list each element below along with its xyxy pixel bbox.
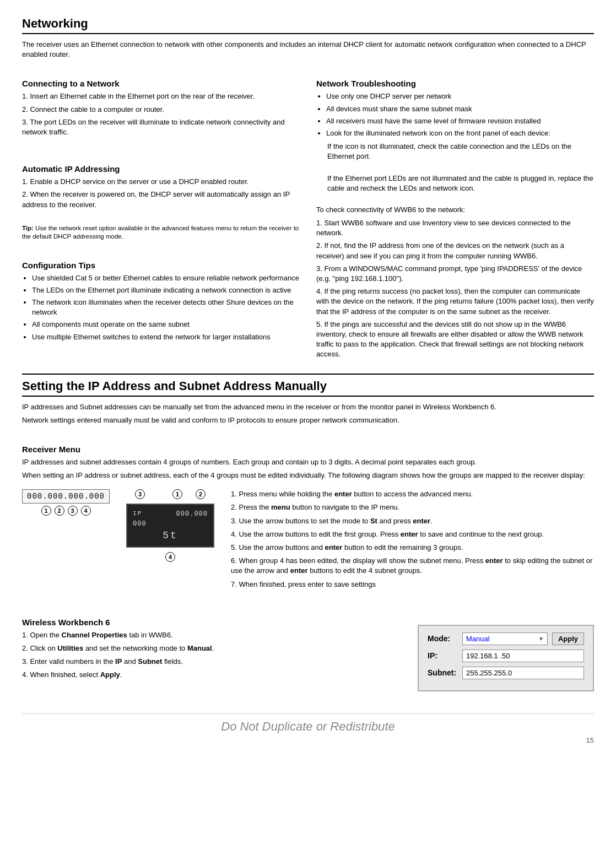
subnet-row: Subnet: 255.255.255.0 (428, 667, 584, 679)
troubleshooting-list: Use only one DHCP server per network All… (316, 91, 594, 138)
ip-intro-1: IP addresses and Subnet addresses can be… (22, 402, 594, 412)
subnet-input[interactable]: 255.255.255.0 (462, 667, 584, 679)
display-val-left: 000 (133, 520, 147, 528)
auto-ip-title: Automatic IP Addressing (22, 164, 300, 174)
auto-ip-step-2: 2. When the receiver is powered on, the … (22, 190, 300, 209)
config-tip-2: The LEDs on the Ethernet port illuminate… (32, 285, 300, 295)
ip-section: Setting the IP Address and Subnet Addres… (22, 374, 594, 691)
circle-1: 1 (41, 506, 51, 516)
recv-step-1: 1. Press menu while holding the enter bu… (231, 489, 594, 499)
mode-label: Mode: (428, 634, 458, 643)
section-title: Networking (22, 17, 594, 34)
circle-3: 3 (68, 506, 78, 516)
receiver-menu-title: Receiver Menu (22, 445, 594, 454)
receiver-steps: 1. Press menu while holding the enter bu… (231, 489, 594, 593)
conn-step-5: 5. If the pings are successful and the d… (316, 320, 594, 360)
circle-top-2: 2 (196, 489, 206, 499)
left-column: Connecting to a Network 1. Insert an Eth… (22, 71, 300, 362)
dropdown-arrow-icon: ▼ (538, 636, 544, 642)
top-circles: 3 1 2 (135, 489, 206, 499)
config-tip-3: The network icon illuminates when the re… (32, 298, 300, 317)
ip-display-box: IP 000.000 000 5t (126, 504, 214, 548)
conn-step-2: 2. If not, find the IP address from one … (316, 241, 594, 261)
ts-item-2: All devices must share the same subnet m… (326, 104, 594, 114)
connecting-step-3: 3. The port LEDs on the receiver will il… (22, 117, 300, 137)
ts-item-3: All receivers must have the same level o… (326, 116, 594, 126)
auto-ip-step-1: 1. Enable a DHCP service on the server o… (22, 177, 300, 187)
receiver-desc-2: When setting an IP address or subnet add… (22, 470, 594, 480)
ip-section-title: Setting the IP Address and Subnet Addres… (22, 379, 594, 397)
ip-row: IP: 192.168.1 .50 (428, 650, 584, 662)
conn-step-3: 3. From a WINDOWS/MAC command prompt, ty… (316, 264, 594, 284)
ip-label: IP: (428, 651, 458, 660)
recv-step-5: 5. Use the arrow buttons and enter butto… (231, 543, 594, 553)
ts-item-4: Look for the illuminated network icon on… (326, 128, 594, 138)
display-mode-value: 5t (133, 530, 208, 541)
config-tip-1: Use shielded Cat 5 or better Ethernet ca… (32, 273, 300, 283)
tip-label: Tip: (22, 225, 34, 231)
subnet-label: Subnet: (428, 668, 458, 677)
receiver-desc-1: IP addresses and subnet addresses contai… (22, 457, 594, 467)
connecting-step-2: 2. Connect the cable to a computer or ro… (22, 105, 300, 115)
circle-top-3: 3 (135, 489, 145, 499)
config-tip-4: All components must operate on the same … (32, 320, 300, 329)
recv-step-3: 3. Use the arrow buttons to set the mode… (231, 516, 594, 526)
page-footer: Do Not Duplicate or Redistribute 15 (22, 713, 594, 744)
display-second-line: 000 (133, 520, 208, 528)
ts-icon-note-2: If the Ethernet port LEDs are not illumi… (316, 174, 594, 193)
connecting-title: Connecting to a Network (22, 79, 300, 88)
tip-text: Tip: Use the network reset option availa… (22, 224, 300, 241)
ts-item-1: Use only one DHCP server per network (326, 91, 594, 101)
right-column: Network Troubleshooting Use only one DHC… (316, 71, 594, 362)
ip-input[interactable]: 192.168.1 .50 (462, 650, 584, 662)
display-diagram: 3 1 2 IP 000.000 000 5t (126, 489, 214, 562)
config-tips-list: Use shielded Cat 5 or better Ethernet ca… (22, 273, 300, 342)
tip-content: Use the network reset option available i… (22, 225, 299, 240)
wwb6-ui-mockup: Mode: Manual ▼ Apply IP: 192.168.1 .50 S… (418, 625, 594, 691)
config-tips-title: Configuration Tips (22, 261, 300, 270)
troubleshooting-title: Network Troubleshooting (316, 79, 594, 88)
conn-step-1: 1. Start WWB6 software and use Inventory… (316, 218, 594, 238)
config-tip-5: Use multiple Ethernet switches to extend… (32, 332, 300, 342)
display-ip-line: IP 000.000 (133, 510, 208, 518)
bottom-circle-4: 4 (165, 552, 175, 562)
display-ip-label: IP (133, 510, 142, 518)
ip-intro-2: Network settings entered manually must b… (22, 415, 594, 425)
circle-4: 4 (81, 506, 91, 516)
receiver-steps-list: 1. Press menu while holding the enter bu… (231, 489, 594, 589)
page-number: 15 (22, 736, 594, 744)
recv-step-4: 4. Use the arrow buttons to edit the fir… (231, 529, 594, 539)
receiver-menu-section: Receiver Menu IP addresses and subnet ad… (22, 445, 594, 593)
circle-top-1: 1 (172, 489, 182, 499)
receiver-diagram-row: 000.000.000.000 1 2 3 4 3 1 2 (22, 489, 594, 593)
display-ip-value: 000.000 (176, 510, 208, 518)
left-ip-diagram: 000.000.000.000 1 2 3 4 (22, 489, 110, 516)
ts-icon-note-1: If the icon is not illuminated, check th… (316, 142, 594, 161)
networking-section: Networking The receiver uses an Ethernet… (22, 17, 594, 363)
recv-step-6: 6. When group 4 has been edited, the dis… (231, 556, 594, 576)
bottom-circles: 1 2 3 4 (41, 506, 91, 516)
wwb6-section: Wireless Workbench 6 Mode: Manual ▼ Appl… (22, 618, 594, 691)
conn-step-4: 4. If the ping returns success (no packe… (316, 286, 594, 317)
mode-value: Manual (466, 635, 490, 643)
connecting-step-1: 1. Insert an Ethernet cable in the Ether… (22, 91, 300, 101)
connectivity-intro: To check connectivity of WWB6 to the net… (316, 205, 594, 215)
footer-main-text: Do Not Duplicate or Redistribute (22, 720, 594, 734)
circle-bottom-4: 4 (165, 552, 175, 562)
mode-row: Mode: Manual ▼ Apply (428, 632, 584, 645)
mode-select[interactable]: Manual ▼ (462, 632, 548, 645)
networking-intro: The receiver uses an Ethernet connection… (22, 40, 594, 60)
recv-step-7: 7. When finished, press enter to save se… (231, 580, 594, 589)
ip-row-display: 000.000.000.000 (22, 489, 110, 504)
circle-2: 2 (55, 506, 64, 516)
recv-step-2: 2. Press the menu button to navigate to … (231, 502, 594, 512)
apply-button[interactable]: Apply (552, 632, 584, 645)
